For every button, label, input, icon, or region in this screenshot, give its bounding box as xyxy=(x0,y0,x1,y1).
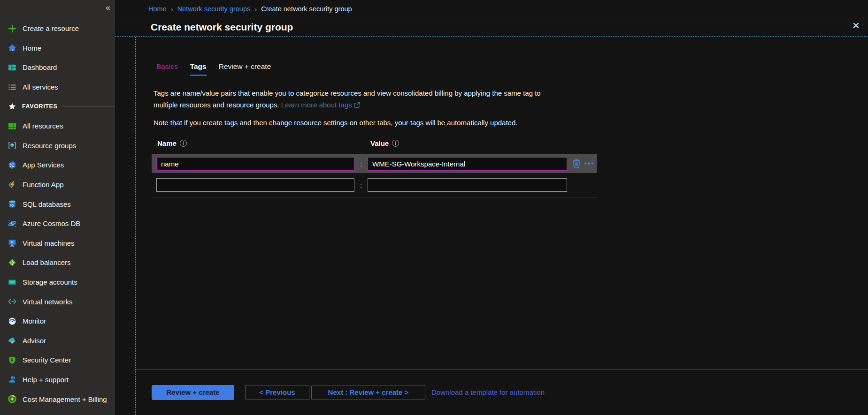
load-balancers-icon xyxy=(8,258,16,267)
close-icon[interactable]: × xyxy=(853,19,860,31)
delete-tag-icon[interactable] xyxy=(572,158,581,169)
all-services-icon xyxy=(8,83,16,91)
resource-groups-icon xyxy=(8,141,16,150)
tag-separator: : xyxy=(354,181,368,189)
tags-note: Note that if you create tags and then ch… xyxy=(154,119,868,127)
sidebar-item-all-services[interactable]: All services xyxy=(0,77,115,97)
sidebar-item-label: Help + support xyxy=(23,376,69,384)
external-link-icon xyxy=(354,102,361,108)
tag-name-input[interactable] xyxy=(156,157,354,171)
app-services-icon xyxy=(8,161,16,169)
sidebar-item-label: Virtual networks xyxy=(23,298,72,306)
sidebar-item-label: App Services xyxy=(23,161,64,169)
footer-bar: Review + create < Previous Next : Review… xyxy=(136,369,868,415)
sidebar-item-label: Virtual machines xyxy=(23,239,75,247)
sidebar-item-label: Dashboard xyxy=(23,63,57,71)
favorites-label: FAVORITES xyxy=(22,103,57,110)
breadcrumb-current: Create network security group xyxy=(261,5,352,13)
sidebar-item-virtual-machines[interactable]: Virtual machines xyxy=(0,234,115,253)
tab-review-create[interactable]: Review + create xyxy=(219,62,271,76)
more-options-icon[interactable]: ••• xyxy=(584,160,594,167)
focus-outline xyxy=(135,37,136,415)
name-info-icon[interactable]: i xyxy=(180,140,187,147)
previous-button[interactable]: < Previous xyxy=(245,385,309,400)
sidebar-item-label: Resource groups xyxy=(23,142,76,150)
azure-cosmos-db-icon xyxy=(8,219,16,228)
virtual-networks-icon xyxy=(8,297,16,306)
azure-portal: « Create a resource Home Dashboard All s… xyxy=(0,0,868,415)
sidebar-item-label: Create a resource xyxy=(23,24,79,32)
breadcrumb-home-link[interactable]: Home xyxy=(148,5,167,13)
sidebar-item-label: Advisor xyxy=(23,337,46,345)
sidebar-item-storage-accounts[interactable]: Storage accounts xyxy=(0,272,115,292)
all-resources-icon xyxy=(8,122,16,130)
tab-tags[interactable]: Tags xyxy=(190,62,207,76)
sidebar-item-load-balancers[interactable]: Load balancers xyxy=(0,253,115,272)
storage-accounts-icon xyxy=(8,278,16,287)
name-column-header: Name xyxy=(157,139,177,147)
sidebar-item-all-resources[interactable]: All resources xyxy=(0,116,115,136)
tags-grid: Name i Value i : xyxy=(152,139,597,197)
tags-grid-header: Name i Value i xyxy=(152,139,597,147)
star-icon xyxy=(8,102,16,111)
breadcrumb-nsg-link[interactable]: Network security groups xyxy=(177,5,251,13)
description-line2: multiple resources and resource groups. xyxy=(154,101,279,109)
sidebar: « Create a resource Home Dashboard All s… xyxy=(0,0,115,415)
sidebar-collapse-icon[interactable]: « xyxy=(106,3,110,13)
sidebar-item-label: SQL databases xyxy=(23,200,71,208)
sidebar-item-cost-management-billing[interactable]: $ Cost Management + Billing xyxy=(0,389,115,409)
value-info-icon[interactable]: i xyxy=(392,140,399,147)
sidebar-item-label: Cost Management + Billing xyxy=(23,395,107,403)
sidebar-item-azure-cosmos-db[interactable]: Azure Cosmos DB xyxy=(0,214,115,234)
sidebar-item-virtual-networks[interactable]: Virtual networks xyxy=(0,292,115,311)
next-button[interactable]: Next : Review + create > xyxy=(311,385,425,400)
sidebar-item-sql-databases[interactable]: SQL SQL databases xyxy=(0,194,115,214)
monitor-icon xyxy=(8,317,16,325)
sidebar-item-resource-groups[interactable]: Resource groups xyxy=(0,136,115,156)
plus-icon xyxy=(8,24,16,33)
sidebar-item-label: Load balancers xyxy=(23,258,71,266)
tag-value-input[interactable] xyxy=(368,157,567,171)
tab-basics[interactable]: Basics xyxy=(156,62,178,76)
grid-divider xyxy=(152,197,597,197)
svg-text:SQL: SQL xyxy=(10,204,15,207)
sidebar-item-label: Home xyxy=(23,44,41,52)
sidebar-item-label: Function App xyxy=(23,181,64,189)
sidebar-item-app-services[interactable]: App Services xyxy=(0,155,115,175)
tag-value-input-empty[interactable] xyxy=(368,178,567,192)
breadcrumb: Home › Network security groups › Create … xyxy=(115,0,868,18)
sidebar-item-help-support[interactable]: Help + support xyxy=(0,370,115,390)
favorites-divider xyxy=(63,106,115,107)
sidebar-item-label: Monitor xyxy=(23,317,46,325)
value-column-header: Value xyxy=(370,139,389,147)
sidebar-item-home[interactable]: Home xyxy=(0,38,115,58)
advisor-icon xyxy=(8,336,16,345)
breadcrumb-separator-icon: › xyxy=(171,5,173,13)
review-create-button[interactable]: Review + create xyxy=(152,385,234,400)
sidebar-item-dashboard[interactable]: Dashboard xyxy=(0,58,115,77)
home-icon xyxy=(8,44,16,52)
tag-separator: : xyxy=(354,160,368,168)
dashboard-icon xyxy=(8,63,16,72)
tag-row: : ••• xyxy=(152,154,597,173)
sidebar-item-label: All resources xyxy=(23,122,63,130)
tag-name-input-empty[interactable] xyxy=(156,178,354,192)
sidebar-item-advisor[interactable]: Advisor xyxy=(0,331,115,351)
sidebar-item-label: All services xyxy=(23,83,58,91)
cost-management-icon: $ xyxy=(8,395,16,403)
breadcrumb-separator-icon: › xyxy=(254,5,257,13)
sidebar-item-security-center[interactable]: Security Center xyxy=(0,350,115,370)
sidebar-item-label: Security Center xyxy=(23,356,71,364)
learn-more-link[interactable]: Learn more about tags xyxy=(281,101,352,109)
sidebar-item-create-a-resource[interactable]: Create a resource xyxy=(0,19,115,38)
sidebar-item-label: Azure Cosmos DB xyxy=(23,219,80,227)
favorites-header: FAVORITES xyxy=(0,97,115,116)
sidebar-nav: Create a resource Home Dashboard All ser… xyxy=(0,19,115,409)
sidebar-item-monitor[interactable]: Monitor xyxy=(0,311,115,331)
virtual-machines-icon xyxy=(8,239,16,247)
main-panel: Home › Network security groups › Create … xyxy=(115,0,868,415)
tag-row: : xyxy=(152,175,597,194)
download-template-link[interactable]: Download a template for automation xyxy=(431,388,545,396)
tags-description: Tags are name/value pairs that enable yo… xyxy=(154,87,868,111)
sidebar-item-function-app[interactable]: Function App xyxy=(0,175,115,195)
